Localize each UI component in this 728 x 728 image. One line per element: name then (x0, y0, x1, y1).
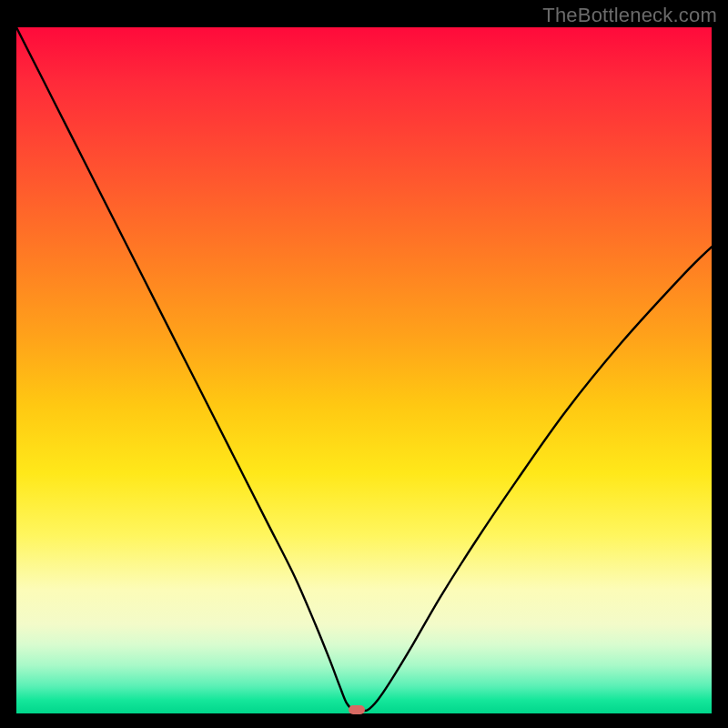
bottleneck-curve (16, 27, 712, 713)
watermark-text: TheBottleneck.com (542, 4, 717, 27)
minimum-marker (349, 705, 365, 714)
plot-area (16, 27, 712, 713)
chart-frame: TheBottleneck.com (0, 0, 728, 728)
